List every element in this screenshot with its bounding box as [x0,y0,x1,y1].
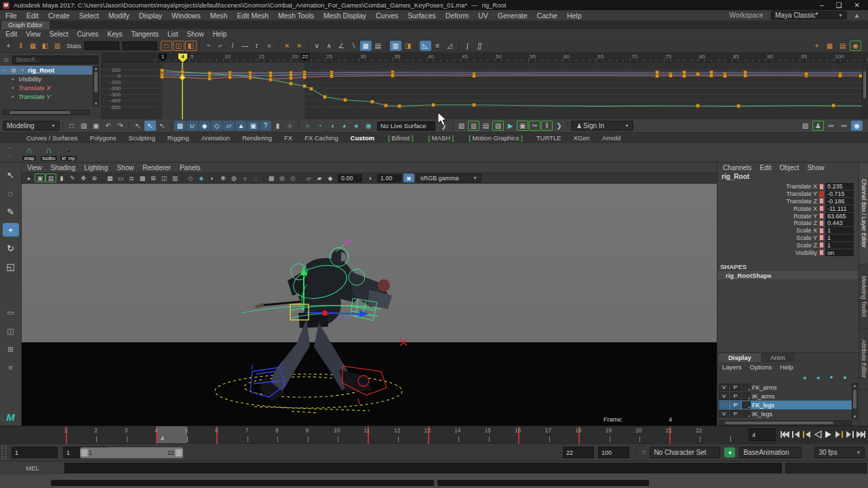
lock-selection-icon[interactable]: ▮ [272,121,283,131]
side-tab-modeling-toolkit[interactable]: Modeling Toolkit [859,264,868,329]
buffer-curve-snapshot-icon[interactable]: ✕ [281,41,293,51]
stats-time-field[interactable] [84,41,119,50]
layer-row-ik-legs[interactable]: VPIK_legs [719,409,852,418]
four-pane-layout[interactable]: ⊞ [3,342,19,356]
menu-set-selector[interactable]: Modeling▼ [3,121,60,131]
field-chart-icon[interactable]: ⊞ [148,174,159,182]
snap-view-plane-icon[interactable]: ▱ [223,121,235,131]
key-marker[interactable] [249,75,252,79]
open-scene-icon[interactable]: ▨ [78,121,90,131]
film-gate-icon[interactable]: ▭ [115,174,126,182]
pre-infinity-icon[interactable]: ∫ [462,41,473,51]
time-snap-icon[interactable]: ▥ [390,41,401,51]
graph-editor-curve-view[interactable]: 1510152025303540455055606570758085909510… [102,53,868,119]
key-marker[interactable] [344,98,347,102]
key-marker[interactable] [683,75,686,78]
image-plane-icon[interactable]: ✎ [67,174,78,182]
step-tangents-icon[interactable]: г [252,41,263,51]
key-marker[interactable] [208,72,212,75]
scroll-down-icon[interactable]: ▼ [852,415,857,419]
shadows-icon[interactable]: ◍ [229,174,239,182]
camera-attributes-icon[interactable]: ▤ [45,174,56,182]
input-operations-icon[interactable]: ○ [302,121,313,131]
key-marker[interactable] [744,74,747,77]
current-frame-field[interactable]: 4 [749,428,776,441]
layer-color-swatch[interactable] [742,401,751,409]
anim-layer-field[interactable]: BaseAnimation [739,447,802,458]
free-tangent-weight-icon[interactable]: ∠ [336,41,347,51]
layer-row-fk-arms[interactable]: VPFK_arms [719,383,852,392]
key-marker[interactable] [432,103,435,106]
fps-selector[interactable]: 30 fps▼ [814,447,865,458]
undo-icon[interactable]: ↶ [102,121,114,131]
perspective-layout-icon[interactable]: ▧ [800,121,811,131]
move-layer-up-icon[interactable]: ◂ [800,372,809,382]
shelf-tab-bifrost[interactable]: [Bifrost] [380,133,420,143]
dope-sheet-icon[interactable]: ▤ [837,41,848,51]
layer-menu-options[interactable]: Options [750,363,772,371]
side-tab-attribute-editor[interactable]: Attribute Editor [859,329,868,390]
ge-menu-show[interactable]: Show [187,30,204,38]
value-snap-icon[interactable]: ◨ [402,41,414,51]
shelf-tab-turtle[interactable]: TURTLE [530,133,568,143]
key-marker[interactable] [303,75,307,79]
lasso-tool[interactable]: ◌ [3,186,19,200]
menu-edit-mesh[interactable]: Edit Mesh [237,12,269,20]
channel-value-field[interactable]: -0.715 [825,190,854,197]
menu-edit[interactable]: Edit [26,12,39,20]
exposure-field[interactable]: 0.00 [338,174,362,182]
outliner-item-visibility[interactable]: ▪Visibility [0,75,92,83]
menu-generate[interactable]: Generate [498,12,528,20]
ge-menu-curves[interactable]: Curves [77,30,99,38]
unify-tangents-icon[interactable]: ∧ [323,41,335,51]
outliner-item-translate-y[interactable]: ▪Translate Y [0,92,92,101]
shelf-tab-animation[interactable]: Animation [195,133,236,143]
expand-arrow2-icon[interactable]: ❯ [553,121,565,131]
gamma-field[interactable]: 1.00 [377,174,401,182]
shelf-button-snap[interactable]: ∩snap [20,144,38,161]
channel-box-menu-show[interactable]: Show [807,164,824,171]
swap-buffer-curve-icon[interactable]: ✕ [294,41,305,51]
colorspace-selector[interactable]: sRGB gamma▼ [416,174,481,182]
shape-node-row[interactable]: rig_RootShape [717,271,859,279]
multisample-icon[interactable]: ▩ [266,174,277,182]
pose-editor-icon[interactable]: ♟ [812,121,824,131]
menu-windows[interactable]: Windows [172,12,201,20]
shelf-button-kf-mp[interactable]: ◕kf_mp [60,144,77,161]
key-marker[interactable] [269,74,273,77]
construction-history-icon[interactable]: ● [351,121,362,131]
viewport-menu-renderer[interactable]: Renderer [142,164,171,171]
flat-tangents-icon[interactable]: — [239,41,251,51]
motion-blur-icon[interactable]: ◌ [250,174,261,182]
layer-tab-display[interactable]: Display [719,353,761,362]
channel-box-menu-edit[interactable]: Edit [760,164,771,171]
2d-pan-zoom-icon[interactable]: ✥ [78,174,89,182]
step-forward-key-button[interactable] [834,428,844,441]
viewport-menu-view[interactable]: View [27,164,42,171]
key-marker[interactable] [656,70,659,74]
rotate-tool[interactable]: ↻ [3,241,19,255]
layer-menu-layers[interactable]: Layers [722,363,742,371]
screen-space-ao-icon[interactable]: ☼ [239,174,250,182]
channel-value-field[interactable]: 1 [825,235,854,241]
move-layer-down-icon[interactable]: ◂ [813,372,823,382]
layer-tab-anim[interactable]: Anim [761,353,795,362]
select-component-icon[interactable]: ↖ [157,121,168,131]
insert-keys-icon[interactable]: ‖ [15,41,26,51]
move-nearest-key-icon[interactable]: + [3,41,14,51]
step-back-frame-button[interactable] [791,428,801,441]
command-line-language-label[interactable]: MEL [26,464,39,472]
side-tab-channel-box-layer-editor[interactable]: Channel Box / Layer Editor [859,163,868,264]
layer-visibility-toggle[interactable]: V [719,384,729,391]
color-management-icon[interactable]: ◙ [403,174,414,182]
pause-viewport-icon[interactable]: ‖ [541,121,553,131]
menu-modify[interactable]: Modify [108,12,130,20]
channel-value-field[interactable]: -0.186 [825,198,854,205]
menu-curves[interactable]: Curves [376,12,398,20]
outliner-item-rig-root[interactable]: −▦≈rig_Root [0,66,92,75]
menu-display[interactable]: Display [139,12,162,20]
key-marker[interactable] [696,104,700,108]
render-current-frame-icon[interactable]: ▧ [456,121,467,131]
key-marker[interactable] [303,85,307,88]
layer-playback-toggle[interactable]: P [730,401,741,409]
